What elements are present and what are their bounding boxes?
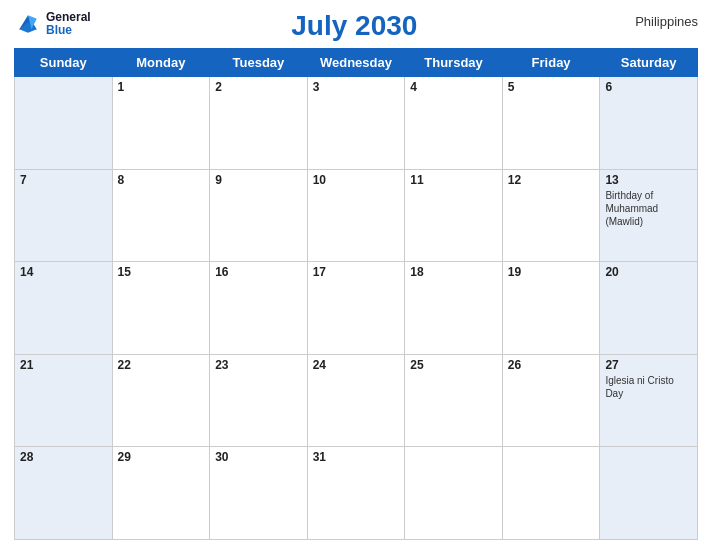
calendar-cell: 28 xyxy=(15,447,113,540)
calendar-cell: 17 xyxy=(307,262,405,355)
day-number: 1 xyxy=(118,80,205,94)
day-number: 20 xyxy=(605,265,692,279)
day-number: 28 xyxy=(20,450,107,464)
day-number: 22 xyxy=(118,358,205,372)
logo-icon xyxy=(14,10,42,38)
calendar-week-5: 28293031 xyxy=(15,447,698,540)
header-friday: Friday xyxy=(502,49,600,77)
header-monday: Monday xyxy=(112,49,210,77)
logo-line2: Blue xyxy=(46,23,72,37)
calendar-cell: 30 xyxy=(210,447,308,540)
calendar-week-3: 14151617181920 xyxy=(15,262,698,355)
calendar-cell: 13Birthday of Muhammad (Mawlid) xyxy=(600,169,698,262)
calendar-cell: 15 xyxy=(112,262,210,355)
calendar-cell: 3 xyxy=(307,77,405,170)
weekday-header-row: Sunday Monday Tuesday Wednesday Thursday… xyxy=(15,49,698,77)
logo-text: General Blue xyxy=(46,11,91,37)
holiday-label: Iglesia ni Cristo Day xyxy=(605,374,692,400)
header-thursday: Thursday xyxy=(405,49,503,77)
calendar-cell: 26 xyxy=(502,354,600,447)
day-number: 6 xyxy=(605,80,692,94)
calendar-cell xyxy=(405,447,503,540)
calendar-cell: 2 xyxy=(210,77,308,170)
day-number: 10 xyxy=(313,173,400,187)
calendar-cell: 8 xyxy=(112,169,210,262)
calendar-cell xyxy=(502,447,600,540)
calendar-cell xyxy=(600,447,698,540)
header: General Blue July 2030 Philippines xyxy=(14,10,698,42)
calendar-week-4: 21222324252627Iglesia ni Cristo Day xyxy=(15,354,698,447)
calendar-cell: 19 xyxy=(502,262,600,355)
calendar-cell: 22 xyxy=(112,354,210,447)
holiday-label: Birthday of Muhammad (Mawlid) xyxy=(605,189,692,228)
calendar-week-2: 78910111213Birthday of Muhammad (Mawlid) xyxy=(15,169,698,262)
calendar-cell: 11 xyxy=(405,169,503,262)
calendar-cell: 23 xyxy=(210,354,308,447)
calendar-cell xyxy=(15,77,113,170)
calendar-cell: 1 xyxy=(112,77,210,170)
day-number: 12 xyxy=(508,173,595,187)
day-number: 30 xyxy=(215,450,302,464)
day-number: 21 xyxy=(20,358,107,372)
calendar-cell: 5 xyxy=(502,77,600,170)
day-number: 11 xyxy=(410,173,497,187)
day-number: 16 xyxy=(215,265,302,279)
day-number: 25 xyxy=(410,358,497,372)
calendar-cell: 16 xyxy=(210,262,308,355)
country-label: Philippines xyxy=(618,10,698,29)
day-number: 4 xyxy=(410,80,497,94)
calendar-cell: 29 xyxy=(112,447,210,540)
day-number: 19 xyxy=(508,265,595,279)
day-number: 15 xyxy=(118,265,205,279)
day-number: 3 xyxy=(313,80,400,94)
calendar-cell: 24 xyxy=(307,354,405,447)
title-area: July 2030 xyxy=(91,10,618,42)
header-wednesday: Wednesday xyxy=(307,49,405,77)
header-saturday: Saturday xyxy=(600,49,698,77)
calendar-cell: 21 xyxy=(15,354,113,447)
calendar-cell: 12 xyxy=(502,169,600,262)
calendar-cell: 9 xyxy=(210,169,308,262)
day-number: 2 xyxy=(215,80,302,94)
day-number: 18 xyxy=(410,265,497,279)
calendar-cell: 10 xyxy=(307,169,405,262)
calendar-cell: 4 xyxy=(405,77,503,170)
day-number: 31 xyxy=(313,450,400,464)
calendar-cell: 25 xyxy=(405,354,503,447)
day-number: 26 xyxy=(508,358,595,372)
day-number: 29 xyxy=(118,450,205,464)
page: General Blue July 2030 Philippines Sunda… xyxy=(0,0,712,550)
header-tuesday: Tuesday xyxy=(210,49,308,77)
calendar-cell: 31 xyxy=(307,447,405,540)
calendar-cell: 20 xyxy=(600,262,698,355)
day-number: 17 xyxy=(313,265,400,279)
logo: General Blue xyxy=(14,10,91,38)
calendar-cell: 7 xyxy=(15,169,113,262)
day-number: 8 xyxy=(118,173,205,187)
day-number: 9 xyxy=(215,173,302,187)
calendar-cell: 18 xyxy=(405,262,503,355)
day-number: 27 xyxy=(605,358,692,372)
calendar: Sunday Monday Tuesday Wednesday Thursday… xyxy=(14,48,698,540)
day-number: 14 xyxy=(20,265,107,279)
day-number: 7 xyxy=(20,173,107,187)
month-title: July 2030 xyxy=(91,10,618,42)
day-number: 24 xyxy=(313,358,400,372)
calendar-cell: 14 xyxy=(15,262,113,355)
calendar-cell: 27Iglesia ni Cristo Day xyxy=(600,354,698,447)
day-number: 23 xyxy=(215,358,302,372)
calendar-cell: 6 xyxy=(600,77,698,170)
day-number: 13 xyxy=(605,173,692,187)
header-sunday: Sunday xyxy=(15,49,113,77)
calendar-week-1: 123456 xyxy=(15,77,698,170)
day-number: 5 xyxy=(508,80,595,94)
